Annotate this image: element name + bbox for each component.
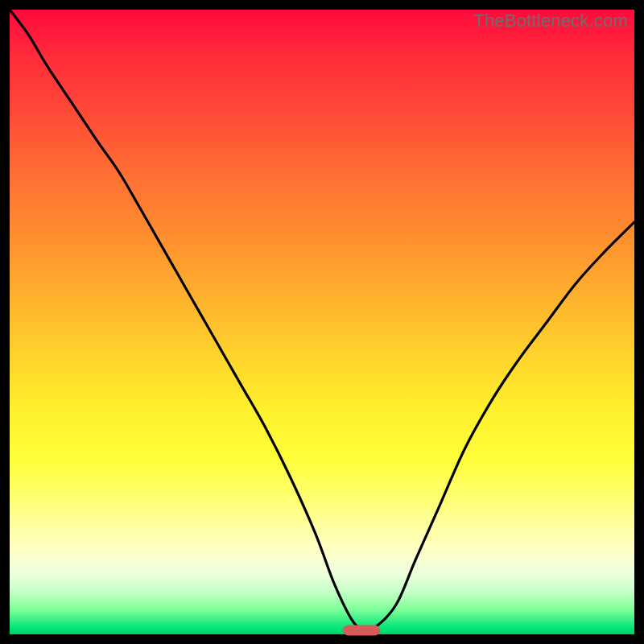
plot-frame: TheBottleneck.com [10, 10, 634, 634]
plot-background-gradient [10, 10, 634, 634]
optimum-marker [343, 625, 380, 636]
watermark-text: TheBottleneck.com [473, 10, 628, 31]
